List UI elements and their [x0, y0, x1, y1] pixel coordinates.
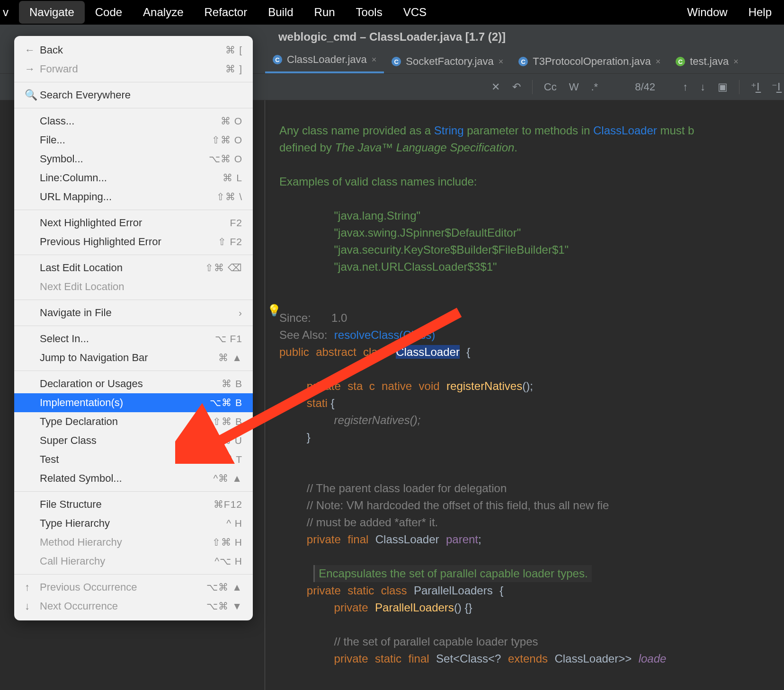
code-editor[interactable]: Any class name provided as a String para…	[265, 100, 784, 690]
menuitem-url-mapping-[interactable]: URL Mapping...⇧⌘ \	[14, 187, 253, 206]
match-case-icon[interactable]: Cc	[540, 79, 561, 95]
menuitem-label: Super Class	[40, 434, 221, 447]
menuitem-next-highlighted-error[interactable]: Next Highlighted ErrorF2	[14, 213, 253, 232]
tab-socketfactory-java[interactable]: CSocketFactory.java×	[384, 50, 511, 73]
tab-test-java[interactable]: Ctest.java×	[668, 50, 746, 73]
menuitem-label: Previous Highlighted Error	[40, 236, 218, 248]
menuitem-shortcut: ⌘ B	[222, 378, 242, 389]
tab-close-icon[interactable]: ×	[733, 57, 739, 67]
menu-help[interactable]: Help	[738, 1, 782, 24]
menuitem-previous-highlighted-error[interactable]: Previous Highlighted Error⇧ F2	[14, 232, 253, 251]
menu-tools[interactable]: Tools	[346, 1, 393, 24]
menuitem-label: Symbol...	[40, 153, 209, 165]
menu-separator	[14, 108, 253, 108]
menuitem-navigate-in-file[interactable]: Navigate in File›	[14, 303, 253, 322]
tab-t3protocoloperation-java[interactable]: CT3ProtocolOperation.java×	[511, 50, 668, 73]
tab-classloader-java[interactable]: CClassLoader.java×	[265, 48, 384, 73]
up-icon: ↑	[25, 581, 40, 593]
menuitem-shortcut: ⌥⌘ B	[210, 397, 242, 408]
tab-label: ClassLoader.java	[287, 53, 367, 66]
menu-separator	[14, 300, 253, 300]
menuitem-file-[interactable]: File...⇧⌘ O	[14, 131, 253, 150]
menuitem-symbol-[interactable]: Symbol...⌥⌘ O	[14, 150, 253, 168]
menuitem-back[interactable]: ←Back⌘ [	[14, 41, 253, 60]
close-icon[interactable]: ✕	[488, 79, 504, 95]
menuitem-jump-to-navigation-bar[interactable]: Jump to Navigation Bar⌘ ▲	[14, 348, 253, 367]
menuitem-label: Implementation(s)	[40, 397, 210, 409]
menuitem-search-everywhere[interactable]: 🔍Search Everywhere	[14, 86, 253, 105]
menuitem-label: Line:Column...	[40, 172, 223, 184]
menuitem-last-edit-location[interactable]: Last Edit Location⇧⌘ ⌫	[14, 258, 253, 277]
menu-navigate[interactable]: Navigate	[19, 1, 85, 24]
menu-vcs[interactable]: VCS	[393, 1, 437, 24]
menuitem-label: Test	[40, 453, 214, 466]
menuitem-label: Call Hierarchy	[40, 555, 214, 567]
menuitem-file-structure[interactable]: File Structure⌘F12	[14, 495, 253, 514]
java-class-icon: C	[273, 55, 282, 64]
menuitem-shortcut: ⇧⌘ O	[212, 134, 242, 146]
menuitem-related-symbol-[interactable]: Related Symbol...^⌘ ▲	[14, 469, 253, 488]
tab-close-icon[interactable]: ×	[499, 57, 504, 67]
menu-window[interactable]: Window	[677, 1, 738, 24]
menuitem-label: URL Mapping...	[40, 191, 216, 203]
undo-prev-icon[interactable]: ↶	[508, 79, 525, 95]
menuitem-shortcut: ⇧⌘ ⌫	[205, 262, 242, 274]
menuitem-shortcut: ⌘ ▲	[218, 352, 242, 363]
tab-label: test.java	[690, 55, 729, 68]
select-all-icon[interactable]: ▣	[714, 79, 731, 95]
menuitem-label: Declaration or Usages	[40, 378, 222, 390]
intention-bulb-icon[interactable]: 💡	[267, 302, 276, 311]
menuitem-type-hierarchy[interactable]: Type Hierarchy^ H	[14, 514, 253, 533]
menuitem-shortcut: ⇧⌘ B	[213, 416, 242, 427]
see-also-link[interactable]: resolveClass(Class)	[334, 328, 435, 341]
menuitem-label: Navigate in File	[40, 307, 239, 319]
menu-refactor[interactable]: Refactor	[194, 1, 258, 24]
menuitem-shortcut: ⇧⌘ \	[216, 191, 242, 203]
menuitem-label: Class...	[40, 115, 221, 127]
menuitem-shortcut: ⇧⌘ H	[212, 537, 242, 548]
doc-link-classloader[interactable]: ClassLoader	[593, 124, 657, 137]
menuitem-shortcut: ⌘ U	[221, 435, 242, 446]
menu-separator	[14, 210, 253, 210]
menu-view-cutoff[interactable]: v	[2, 1, 19, 24]
menu-run[interactable]: Run	[304, 1, 346, 24]
menuitem-test[interactable]: Test⇧⌘ T	[14, 450, 253, 469]
menu-analyze[interactable]: Analyze	[133, 1, 194, 24]
forward-icon: →	[25, 63, 40, 75]
menuitem-line-column-[interactable]: Line:Column...⌘ L	[14, 168, 253, 187]
menuitem-shortcut: ⌥⌘ ▼	[206, 601, 242, 612]
menuitem-label: Next Highlighted Error	[40, 217, 230, 229]
menuitem-shortcut: ^ H	[226, 518, 242, 529]
tab-close-icon[interactable]: ×	[656, 57, 661, 67]
java-class-icon: C	[518, 57, 528, 66]
menuitem-super-class[interactable]: Super Class⌘ U	[14, 431, 253, 450]
menuitem-type-declaration[interactable]: Type Declaration⇧⌘ B	[14, 412, 253, 431]
menuitem-previous-occurrence: ↑Previous Occurrence⌥⌘ ▲	[14, 578, 253, 597]
menuitem-select-in-[interactable]: Select In...⌥ F1	[14, 329, 253, 348]
window-title: weblogic_cmd – ClassLoader.java [1.7 (2)…	[278, 30, 506, 44]
doc-link-string[interactable]: String	[434, 124, 464, 137]
back-icon: ←	[25, 44, 40, 56]
menu-separator	[14, 255, 253, 255]
menuitem-shortcut: ⌥ F1	[215, 333, 242, 345]
remove-selection-icon[interactable]: ⁻I̲	[768, 79, 784, 95]
menuitem-declaration-or-usages[interactable]: Declaration or Usages⌘ B	[14, 374, 253, 393]
menuitem-implementation-s-[interactable]: Implementation(s)⌥⌘ B	[14, 393, 253, 412]
next-match-icon[interactable]: ↓	[696, 79, 709, 95]
menu-separator	[14, 371, 253, 371]
menu-separator	[14, 491, 253, 492]
tab-close-icon[interactable]: ×	[372, 55, 377, 65]
add-selection-icon[interactable]: ⁺I̲	[747, 79, 763, 95]
menuitem-label: Type Declaration	[40, 416, 213, 428]
menuitem-label: Related Symbol...	[40, 472, 214, 485]
words-icon[interactable]: W	[565, 79, 583, 95]
regex-icon[interactable]: .*	[587, 79, 602, 95]
class-name-highlight: ClassLoader	[396, 345, 460, 359]
menu-separator	[14, 326, 253, 326]
menu-code[interactable]: Code	[85, 1, 133, 24]
menuitem-label: Jump to Navigation Bar	[40, 352, 218, 364]
menu-build[interactable]: Build	[258, 1, 303, 24]
menuitem-shortcut: ⌘ O	[221, 115, 242, 127]
menuitem-class-[interactable]: Class...⌘ O	[14, 112, 253, 131]
prev-match-icon[interactable]: ↑	[679, 79, 692, 95]
